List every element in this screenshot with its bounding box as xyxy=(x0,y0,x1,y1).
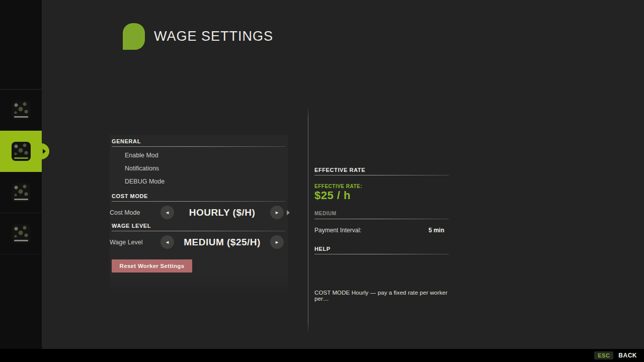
sidebar-tab-mod-2-selected[interactable] xyxy=(0,131,42,172)
section-divider xyxy=(112,201,285,202)
cost-mode-selector: Cost Mode ◂ HOURLY ($/H) ▸ xyxy=(110,205,288,220)
help-text: COST MODE Hourly — pay a fixed rate per … xyxy=(314,290,449,302)
cost-mode-label: Cost Mode xyxy=(110,209,140,216)
app-blob-icon xyxy=(123,23,145,50)
wage-level-value: MEDIUM ($25/H) xyxy=(174,237,270,248)
selected-tab-bump xyxy=(33,143,49,159)
sidebar-tab-mod-3[interactable] xyxy=(0,172,42,213)
section-divider xyxy=(314,175,449,175)
payment-interval-value: 5 min xyxy=(429,227,444,234)
wage-level-prev-button[interactable]: ◂ xyxy=(160,235,174,249)
focus-pointer-icon xyxy=(287,210,290,215)
esc-key-badge[interactable]: ESC xyxy=(594,351,613,359)
effective-rate-value: $25 / h xyxy=(314,189,449,202)
section-divider xyxy=(314,254,449,254)
mod-sidebar xyxy=(0,0,42,349)
setting-item-debug-mode[interactable]: DEBUG Mode xyxy=(125,178,285,185)
section-header-cost-mode: COST MODE xyxy=(112,193,285,199)
mod-icon xyxy=(12,224,31,243)
sidebar-top-spacer xyxy=(0,0,42,89)
cost-mode-value: HOURLY ($/H) xyxy=(174,207,270,218)
effective-rate-label: EFFECTIVE RATE: xyxy=(314,184,449,189)
setting-item-enable-mod[interactable]: Enable Mod xyxy=(125,152,285,159)
page-title: WAGE SETTINGS xyxy=(154,29,273,44)
sidebar-tab-mod-1[interactable] xyxy=(0,89,42,131)
mod-icon xyxy=(12,142,31,161)
payment-interval-row: Payment Interval: 5 min xyxy=(314,227,444,234)
mod-icon xyxy=(12,183,31,202)
mod-icon xyxy=(12,101,31,120)
wage-level-readout: MEDIUM xyxy=(314,211,449,216)
cost-mode-next-button[interactable]: ▸ xyxy=(270,206,284,219)
footer-bar: ESC BACK xyxy=(0,349,644,362)
section-header-wage-level: WAGE LEVEL xyxy=(112,223,285,229)
selected-tab-pointer-icon xyxy=(43,149,46,154)
setting-item-notifications[interactable]: Notifications xyxy=(125,165,285,172)
payment-interval-label: Payment Interval: xyxy=(314,227,361,234)
section-cost-mode: COST MODE xyxy=(112,193,285,202)
settings-panel: GENERAL Enable Mod Notifications DEBUG M… xyxy=(110,135,288,294)
wage-level-selector: Wage Level ◂ MEDIUM ($25/H) ▸ xyxy=(110,235,288,250)
page-header: WAGE SETTINGS xyxy=(123,23,273,50)
wage-level-next-button[interactable]: ▸ xyxy=(270,235,284,249)
effective-rate-header: EFFECTIVE RATE xyxy=(314,167,449,173)
reset-worker-settings-button[interactable]: Reset Worker Settings xyxy=(112,259,192,273)
section-divider xyxy=(314,219,449,219)
cost-mode-prev-button[interactable]: ◂ xyxy=(160,206,174,219)
back-button[interactable]: BACK xyxy=(618,352,637,359)
section-wage-level: WAGE LEVEL xyxy=(112,223,285,231)
sidebar-tab-mod-4[interactable] xyxy=(0,213,42,254)
details-panel: EFFECTIVE RATE EFFECTIVE RATE: $25 / h M… xyxy=(314,167,449,302)
help-header: HELP xyxy=(314,246,449,252)
content-divider xyxy=(308,106,308,334)
wage-level-label: Wage Level xyxy=(110,239,143,246)
section-divider xyxy=(112,231,285,231)
